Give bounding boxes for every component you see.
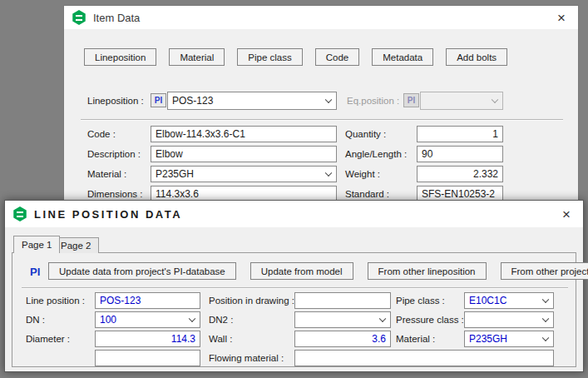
material-combobox[interactable]: P235GH — [151, 166, 337, 182]
flowing-material-field[interactable] — [294, 350, 554, 366]
tab-page-2-label: Page 2 — [61, 241, 91, 251]
logo-mark — [76, 15, 82, 21]
desktop: Item Data × Lineposition Material Pipe c… — [0, 0, 588, 378]
dimensions-label: Dimensions : — [87, 189, 142, 199]
standard-value: SFS-EN10253-2 — [422, 188, 495, 200]
chevron-down-icon — [542, 296, 549, 303]
line-position-field[interactable]: POS-123 — [95, 292, 200, 309]
chevron-down-icon — [325, 97, 332, 103]
material-value: P235GH — [156, 168, 194, 180]
quantity-value: 1 — [492, 128, 498, 140]
from-other-lineposition-button[interactable]: From other lineposition — [368, 262, 487, 280]
hexagon-logo-icon — [72, 10, 86, 25]
weight-label: Weight : — [345, 169, 380, 179]
pi-button[interactable]: PI — [151, 93, 166, 107]
separator — [81, 119, 563, 121]
line-position-value: POS-123 — [100, 295, 141, 306]
lineposition-value: POS-123 — [172, 95, 213, 107]
angle-length-label: Angle/Length : — [345, 149, 407, 159]
weight-field[interactable]: 2.332 — [417, 166, 503, 182]
wall-value: 3.6 — [372, 333, 386, 345]
dn-value: 100 — [100, 314, 116, 326]
dimensions-value: 114.3x3.6 — [156, 188, 199, 200]
material-label: Material : — [396, 334, 435, 344]
dn2-label: DN2 : — [209, 315, 233, 325]
angle-length-field[interactable]: 90 — [417, 146, 503, 162]
line-position-title: LINE POSITION DATA — [34, 208, 182, 221]
update-from-model-button[interactable]: Update from model — [250, 262, 353, 280]
position-in-drawing-field[interactable] — [294, 292, 391, 309]
close-icon[interactable]: × — [557, 207, 576, 221]
standard-label: Standard : — [345, 189, 389, 199]
weight-value: 2.332 — [473, 168, 498, 180]
description-value: Elbow — [156, 148, 183, 160]
toolbar-pipe-class-button[interactable]: Pipe class — [237, 48, 302, 66]
dn-combobox[interactable]: 100 — [95, 311, 200, 328]
logo-mark — [17, 211, 23, 217]
line-position-label: Line position : — [26, 296, 85, 306]
line-position-titlebar[interactable]: LINE POSITION DATA × — [5, 201, 583, 227]
chevron-down-icon — [379, 316, 386, 322]
wall-field[interactable]: 3.6 — [294, 331, 391, 347]
angle-length-value: 90 — [422, 148, 432, 160]
eq-pi-button: PI — [403, 93, 419, 107]
blank-field[interactable] — [95, 350, 200, 366]
item-data-titlebar[interactable]: Item Data × — [64, 6, 578, 29]
quantity-field[interactable]: 1 — [417, 126, 503, 142]
dn2-combobox[interactable] — [294, 311, 391, 328]
line-position-data-dialog: LINE POSITION DATA × Page 1 Page 2 PI Up… — [4, 200, 584, 372]
toolbar-metadata-button[interactable]: Metadata — [372, 48, 433, 66]
wall-label: Wall : — [209, 334, 232, 344]
toolbar-material-button[interactable]: Material — [169, 48, 225, 66]
chevron-down-icon — [492, 97, 498, 103]
eq-position-label: Eq.position : — [347, 96, 399, 106]
pressure-class-label: Pressure class : — [396, 315, 464, 325]
pipe-class-label: Pipe class : — [396, 296, 445, 306]
update-from-pi-database-button[interactable]: Update data from project's PI-database — [48, 262, 236, 280]
material-combobox[interactable]: P235GH — [464, 331, 554, 347]
tab-page-1[interactable]: Page 1 — [13, 236, 60, 253]
flowing-material-label: Flowing material : — [209, 353, 284, 363]
quantity-label: Quantity : — [345, 129, 386, 139]
material-label: Material : — [87, 169, 126, 179]
item-data-dialog: Item Data × Lineposition Material Pipe c… — [63, 5, 579, 201]
lineposition-combobox[interactable]: POS-123 — [167, 92, 337, 110]
chevron-down-icon — [325, 170, 332, 177]
pi-label[interactable]: PI — [30, 266, 40, 278]
chevron-down-icon — [542, 316, 549, 322]
code-field[interactable]: Elbow-114.3x3.6-C1 — [151, 126, 337, 142]
description-label: Description : — [87, 149, 141, 159]
eq-position-combobox — [420, 92, 503, 110]
item-data-title: Item Data — [93, 12, 140, 24]
diameter-label: Diameter : — [26, 334, 70, 344]
diameter-field[interactable]: 114.3 — [95, 331, 200, 347]
material-value: P235GH — [469, 333, 507, 345]
pressure-class-combobox[interactable] — [464, 311, 554, 328]
description-field[interactable]: Elbow — [151, 146, 337, 162]
tab-page-1-label: Page 1 — [22, 240, 52, 250]
pipe-class-combobox[interactable]: E10C1C — [464, 292, 554, 309]
hexagon-logo-icon — [12, 206, 27, 221]
dn-label: DN : — [26, 315, 45, 325]
item-toolbar: Lineposition Material Pipe class Code Me… — [84, 48, 507, 66]
position-in-drawing-label: Position in drawing : — [209, 296, 294, 306]
code-label: Code : — [87, 129, 116, 139]
toolbar-lineposition-button[interactable]: Lineposition — [84, 48, 156, 66]
lineposition-label: Lineposition : — [87, 96, 144, 106]
chevron-down-icon — [542, 335, 549, 341]
toolbar-code-button[interactable]: Code — [315, 48, 360, 66]
toolbar-add-bolts-button[interactable]: Add bolts — [446, 48, 507, 66]
code-value: Elbow-114.3x3.6-C1 — [156, 128, 245, 140]
pipe-class-value: E10C1C — [469, 295, 506, 306]
diameter-value: 114.3 — [171, 333, 195, 345]
close-icon[interactable]: × — [552, 11, 571, 25]
chevron-down-icon — [189, 316, 195, 322]
line-position-actions: Update data from project's PI-database U… — [48, 262, 588, 280]
from-other-project-button[interactable]: From other project — [501, 262, 588, 280]
separator — [22, 287, 568, 289]
